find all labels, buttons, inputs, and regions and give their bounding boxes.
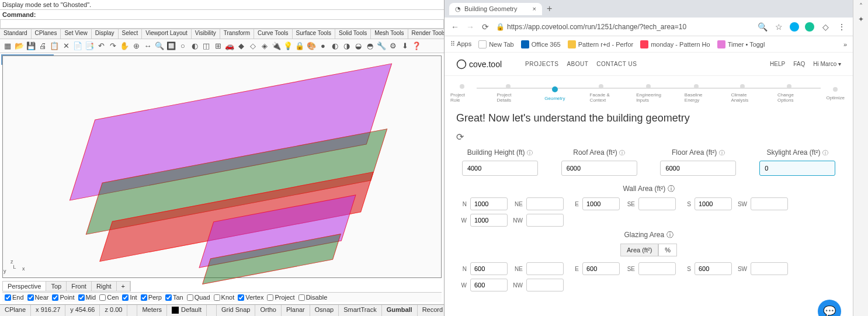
tool-tab[interactable]: Surface Tools (293, 29, 335, 39)
bookmark[interactable]: New Tab (478, 40, 514, 48)
input-wall-SW[interactable] (751, 197, 788, 210)
rmenu-item[interactable]: FAQ (793, 61, 805, 67)
progress-step[interactable]: Facade & Context (590, 84, 613, 103)
input-glaz-W[interactable] (470, 279, 508, 291)
toolbar-icon[interactable]: 📂 (14, 41, 25, 51)
toolbar-icon[interactable]: ◓ (364, 41, 375, 51)
sb-cplane[interactable]: CPlane (0, 305, 31, 316)
progress-step[interactable]: Baseline Energy (685, 84, 708, 103)
input-glaz-S[interactable] (695, 262, 732, 275)
gutter-up-icon[interactable]: ˄ (853, 0, 868, 13)
rmenu-item[interactable]: Hi Marco ▾ (813, 61, 841, 67)
input-glaz-N[interactable] (470, 262, 508, 275)
bookmark[interactable]: monday - Pattern Ho (640, 40, 710, 48)
unit-pct-button[interactable]: % (658, 244, 677, 256)
toolbar-icon[interactable]: ● (318, 41, 328, 51)
toolbar-icon[interactable]: ▦ (2, 41, 13, 51)
tool-tab[interactable]: CPlanes (32, 29, 61, 39)
skype-icon[interactable] (790, 22, 799, 32)
osnap-vertex[interactable]: Vertex (238, 294, 263, 301)
progress-step[interactable]: Engineering Inputs (636, 84, 661, 103)
command-input[interactable] (0, 19, 444, 29)
view-tab[interactable]: Perspective (3, 282, 46, 291)
input-glaz-SW[interactable] (751, 262, 788, 275)
osnap-end[interactable]: End (5, 294, 24, 301)
progress-step[interactable]: Geometry (543, 86, 567, 101)
ext-icon[interactable]: ◇ (820, 22, 831, 32)
sb-ortho[interactable]: Ortho (255, 305, 282, 316)
toolbar-icon[interactable]: 📄 (72, 41, 83, 51)
sb-gridsnap[interactable]: Grid Snap (217, 305, 256, 316)
osnap-int[interactable]: Int (122, 294, 137, 301)
input-wall-S[interactable] (695, 197, 732, 210)
bookmark[interactable]: Pattern r+d - Perfor (568, 40, 633, 48)
toolbar-icon[interactable]: 🖨 (37, 41, 48, 51)
input-glaz-E[interactable] (582, 262, 620, 275)
toolbar-icon[interactable]: ◒ (353, 41, 363, 51)
osnap-project[interactable]: Project (267, 294, 294, 301)
toolbar-icon[interactable]: ⊞ (213, 41, 223, 51)
toolbar-icon[interactable]: ↷ (107, 41, 118, 51)
reload-button[interactable]: ⟳ (481, 22, 490, 32)
input-wall-W[interactable] (470, 214, 508, 227)
menu-item[interactable]: CONTACT US (596, 61, 637, 67)
toolbar-icon[interactable]: 🚗 (224, 41, 235, 51)
rmenu-item[interactable]: HELP (770, 61, 785, 67)
tool-tab[interactable]: Set View (61, 29, 91, 39)
toolbar-icon[interactable]: ⬇ (400, 41, 410, 51)
chat-button[interactable]: 💬 (818, 300, 841, 316)
view-tab[interactable]: Front (67, 282, 92, 291)
tool-tab[interactable]: Viewport Layout (142, 29, 192, 39)
toolbar-icon[interactable]: 🎨 (306, 41, 317, 51)
sb-layer[interactable]: Default (167, 305, 207, 316)
toolbar-icon[interactable]: 📑 (84, 41, 95, 51)
sb-units[interactable]: Meters (137, 305, 167, 316)
osnap-disable[interactable]: Disable (298, 294, 328, 301)
progress-step[interactable]: Project Role (450, 84, 474, 103)
sb-planar[interactable]: Planar (282, 305, 310, 316)
tool-tab[interactable]: Transform (220, 29, 254, 39)
menu-icon[interactable]: ⋮ (836, 22, 847, 32)
osnap-perp[interactable]: Perp (141, 294, 162, 301)
apps-button[interactable]: ⠿ Apps (450, 40, 471, 48)
toolbar-icon[interactable]: ❓ (411, 41, 422, 51)
sb-gumball[interactable]: Gumball (382, 305, 418, 316)
star-icon[interactable]: ☆ (773, 22, 784, 32)
view-tab[interactable]: + (117, 282, 130, 291)
bookmarks-overflow[interactable]: » (843, 41, 847, 48)
input-wall-E[interactable] (582, 197, 620, 210)
input-glaz-NW[interactable] (526, 279, 564, 291)
tool-tab[interactable]: Select (119, 29, 143, 39)
tool-tab[interactable]: Render Tools (408, 29, 444, 39)
toolbar-icon[interactable]: 💡 (283, 41, 293, 51)
toolbar-icon[interactable]: 📋 (49, 41, 60, 51)
bookmark[interactable]: Office 365 (521, 40, 561, 48)
refresh-button[interactable]: ⟳ (456, 131, 464, 143)
input-wall-NW[interactable] (526, 214, 564, 227)
osnap-near[interactable]: Near (27, 294, 49, 301)
toolbar-icon[interactable]: ◐ (329, 41, 340, 51)
sb-osnap[interactable]: Osnap (310, 305, 339, 316)
zoom-icon[interactable]: 🔍 (757, 22, 768, 32)
toolbar-icon[interactable]: ○ (178, 41, 188, 51)
toolbar-icon[interactable]: 🔧 (376, 41, 387, 51)
toolbar-icon[interactable]: ◈ (259, 41, 270, 51)
tool-tab[interactable]: Visibility (192, 29, 220, 39)
toolbar-icon[interactable]: 🔌 (271, 41, 282, 51)
tool-tab[interactable]: Curve Tools (254, 29, 293, 39)
view-tab[interactable]: Top (46, 282, 67, 291)
new-tab-button[interactable]: + (547, 4, 552, 14)
gutter-star-icon[interactable]: ✦ (853, 13, 868, 26)
progress-step[interactable]: Project Details (497, 84, 520, 103)
progress-step[interactable]: Climate Analysis (731, 84, 754, 103)
toolbar-icon[interactable]: 🔍 (154, 41, 165, 51)
tool-tab[interactable]: Mesh Tools (371, 29, 408, 39)
osnap-point[interactable]: Point (52, 294, 74, 301)
input-roof[interactable] (561, 161, 637, 176)
unit-area-button[interactable]: Area (ft²) (620, 244, 658, 256)
osnap-tan[interactable]: Tan (165, 294, 183, 301)
forward-button[interactable]: → (466, 22, 475, 32)
browser-tab[interactable]: ◔ Building Geometry × (449, 3, 542, 15)
bookmark[interactable]: Timer • Toggl (717, 40, 765, 48)
toolbar-icon[interactable]: ⊕ (131, 41, 141, 51)
